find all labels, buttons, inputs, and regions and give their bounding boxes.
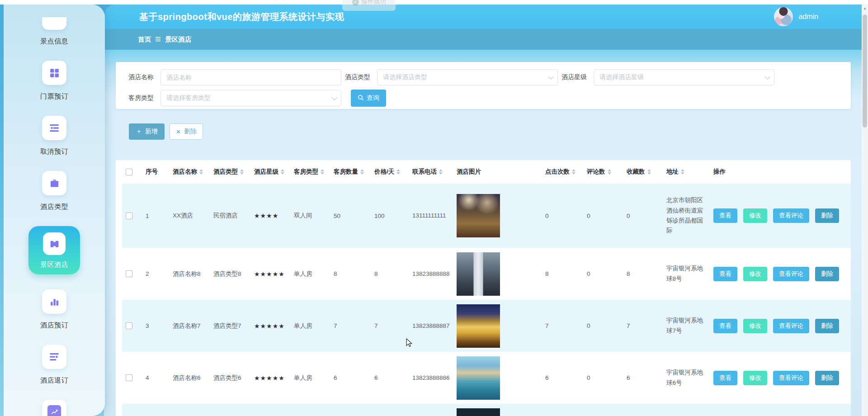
search-button[interactable]: 查询 — [351, 90, 386, 107]
hotel-photo-tower — [457, 252, 500, 296]
sidebar-item-hotel-type[interactable]: 酒店类型 — [40, 171, 68, 211]
sidebar-item-scenic-info[interactable]: 景点信息 — [40, 5, 68, 46]
cell-hotel-type: 酒店类型6 — [210, 374, 250, 382]
cell-address: 北京市朝阳区酒仙桥街道宸铄诊所晶都国际 — [666, 195, 705, 236]
column-header-comments[interactable]: 评论数 — [583, 168, 623, 176]
cell-index: 1 — [142, 213, 169, 219]
cell-comments: 0 — [583, 322, 623, 329]
sort-icon[interactable] — [199, 169, 203, 175]
user-box[interactable]: admin — [774, 5, 818, 29]
view-comments-button[interactable]: 查看评论 — [773, 267, 809, 281]
sidebar-item-statistics[interactable] — [42, 400, 66, 416]
cell-room-type: 单人房 — [290, 322, 330, 330]
sort-icon[interactable] — [681, 169, 684, 175]
briefcase-icon — [42, 171, 66, 195]
hotel-star-select[interactable]: 请选择酒店星级 — [594, 69, 774, 85]
row-checkbox[interactable] — [126, 374, 132, 381]
view-button[interactable]: 查看 — [713, 319, 737, 333]
view-button[interactable]: 查看 — [713, 371, 737, 385]
cell-clicks: 8 — [542, 270, 583, 277]
cell-price: 8 — [371, 270, 409, 277]
breadcrumb-home[interactable]: 首页 — [138, 35, 151, 44]
edit-button[interactable]: 修改 — [743, 371, 767, 385]
delete-row-button[interactable]: 删除 — [815, 267, 839, 281]
select-all-checkbox[interactable] — [126, 169, 132, 175]
delete-row-button[interactable]: 删除 — [815, 371, 839, 385]
cell-room-type: 单人房 — [290, 374, 330, 382]
row-checkbox[interactable] — [126, 322, 132, 329]
sidebar-item-hotel-booking[interactable]: 酒店预订 — [40, 289, 68, 330]
toolbar: ＋ 新增 ✕ 删除 — [116, 123, 851, 140]
column-header-phone[interactable]: 联系电话 — [409, 168, 453, 176]
table-row: 4 酒店名称6 酒店类型6 ★★★★★ 单人房 6 6 13823888886 … — [122, 352, 851, 404]
column-header-hotel-star[interactable]: 酒店星级 — [250, 168, 290, 176]
sidebar-item-ticket-booking[interactable]: 门票预订 — [40, 61, 68, 101]
row-checkbox[interactable] — [126, 213, 132, 219]
top-strip — [0, 0, 868, 5]
ticket-icon — [43, 232, 66, 255]
sort-icon[interactable] — [321, 169, 324, 175]
cell-phone: 13111111111 — [412, 211, 451, 221]
cell-star-rating: ★★★★★ — [250, 322, 290, 330]
sort-icon[interactable] — [360, 169, 364, 175]
sort-icon[interactable] — [647, 169, 651, 175]
column-header-clicks[interactable]: 点击次数 — [542, 168, 583, 176]
column-header-hotel-name[interactable]: 酒店名称 — [169, 168, 210, 176]
delete-row-button[interactable]: 删除 — [815, 208, 839, 223]
scrollbar-up-arrow[interactable]: ▲ — [862, 5, 868, 12]
scrollbar[interactable]: ▲ — [862, 5, 868, 416]
chevron-down-icon — [548, 74, 554, 80]
edit-button[interactable]: 修改 — [743, 319, 767, 333]
view-button[interactable]: 查看 — [713, 267, 737, 281]
sort-icon[interactable] — [240, 169, 244, 175]
column-header-favorites[interactable]: 收藏数 — [623, 168, 663, 176]
view-comments-button[interactable]: 查看评论 — [773, 319, 809, 333]
app-header: 基于springboot和vue的旅游管理系统设计与实现 admin — [104, 5, 862, 29]
cell-room-type: 单人房 — [290, 270, 330, 278]
sidebar-item-label: 酒店退订 — [40, 376, 68, 385]
cell-phone: 13823888886 — [412, 373, 451, 383]
view-comments-button[interactable]: 查看评论 — [773, 208, 809, 223]
sidebar-item-hotel-cancel[interactable]: 酒店退订 — [40, 345, 68, 385]
view-comments-button[interactable]: 查看评论 — [773, 371, 809, 385]
sort-icon[interactable] — [396, 169, 400, 175]
user-avatar[interactable] — [774, 7, 793, 26]
column-header-price[interactable]: 价格/天 — [371, 168, 409, 176]
hotel-type-placeholder: 请选择酒店类型 — [383, 73, 427, 81]
hotel-photo-lobby — [457, 194, 500, 237]
scrollbar-thumb[interactable] — [863, 14, 867, 128]
sort-icon[interactable] — [281, 169, 284, 175]
delete-button[interactable]: ✕ 删除 — [170, 123, 203, 140]
cell-hotel-name: XX酒店 — [169, 212, 210, 220]
cell-comments: 0 — [583, 270, 623, 277]
sidebar: 景点信息 门票预订 取消预订 酒店类型 景区酒店 酒店预订 酒店退订 — [4, 5, 105, 416]
sort-icon[interactable] — [572, 169, 576, 175]
sidebar-item-cancel-booking[interactable]: 取消预订 — [40, 116, 68, 156]
hotel-type-select[interactable]: 请选择酒店类型 — [377, 69, 558, 85]
sort-icon[interactable] — [608, 169, 611, 175]
view-button[interactable]: 查看 — [713, 208, 737, 223]
delete-row-button[interactable]: 删除 — [815, 319, 839, 333]
close-icon: ✕ — [176, 128, 181, 135]
hotel-name-label: 酒店名称 — [128, 73, 156, 81]
column-header-actions: 操作 — [710, 168, 851, 176]
cell-room-qty: 7 — [330, 322, 371, 329]
row-checkbox[interactable] — [126, 270, 132, 277]
sidebar-item-label: 取消预订 — [40, 147, 68, 156]
edit-button[interactable]: 修改 — [743, 267, 767, 281]
room-type-select[interactable]: 请选择客房类型 — [160, 90, 341, 106]
sort-icon[interactable] — [439, 169, 443, 175]
column-header-room-qty[interactable]: 客房数量 — [330, 168, 371, 176]
sidebar-item-scenic-hotel[interactable]: 景区酒店 — [28, 226, 80, 274]
column-header-hotel-type[interactable]: 酒店类型 — [210, 168, 250, 176]
column-header-address[interactable]: 地址 — [663, 168, 710, 176]
add-button[interactable]: ＋ 新增 — [129, 123, 165, 140]
hotel-name-input[interactable] — [166, 70, 335, 85]
column-header-room-type[interactable]: 客房类型 — [290, 168, 330, 176]
bar-chart-icon — [42, 289, 66, 314]
edit-button[interactable]: 修改 — [743, 208, 767, 223]
cell-hotel-type: 酒店类型8 — [210, 270, 250, 278]
cell-comments: 0 — [583, 374, 623, 381]
filter-card: 酒店名称 酒店类型 请选择酒店类型 酒店星级 请选择酒店星级 — [116, 62, 851, 109]
column-header-index[interactable]: 序号 — [142, 168, 169, 176]
